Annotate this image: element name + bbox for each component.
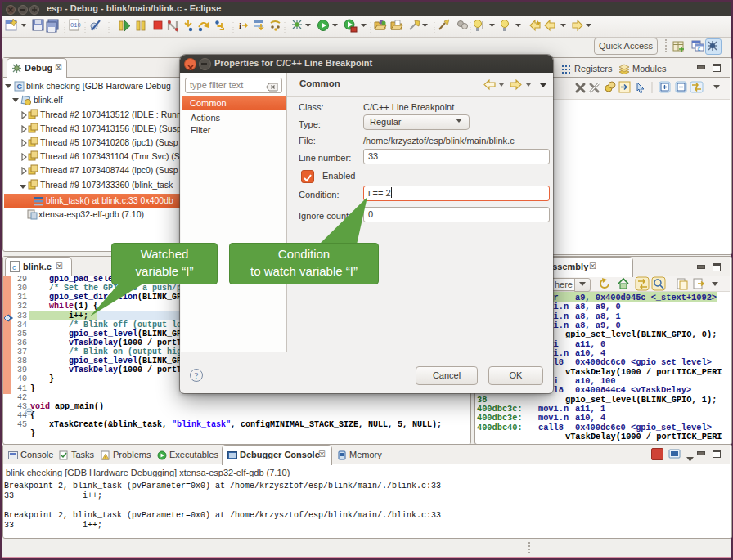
svg-text:c: c — [12, 263, 16, 271]
svg-text:C: C — [16, 83, 22, 91]
svg-text:010: 010 — [70, 22, 81, 29]
svg-text:c: c — [698, 46, 701, 52]
svg-text:i: i — [239, 20, 241, 30]
